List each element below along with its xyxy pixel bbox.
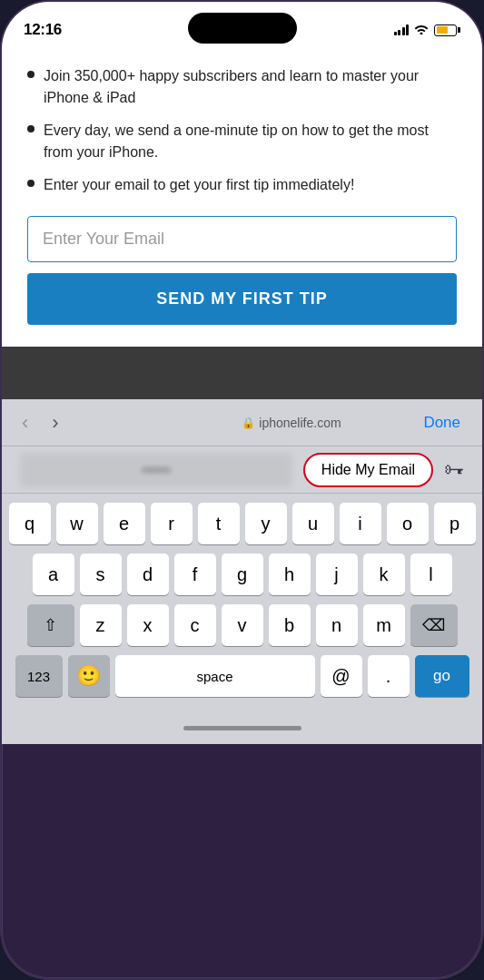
key-j[interactable]: j — [316, 554, 358, 595]
bullet-dot — [27, 180, 35, 187]
key-l[interactable]: l — [410, 554, 452, 595]
list-item: Every day, we send a one-minute tip on h… — [27, 120, 457, 163]
signal-bars-icon — [394, 24, 410, 35]
backspace-key[interactable]: ⌫ — [410, 604, 458, 646]
list-item: Enter your email to get your first tip i… — [27, 174, 457, 196]
key-d[interactable]: d — [127, 554, 169, 595]
email-input[interactable] — [43, 230, 441, 249]
emoji-key[interactable]: 🙂 — [68, 655, 110, 697]
lock-icon: 🔒 — [242, 416, 255, 429]
nav-forward-button[interactable]: › — [46, 407, 64, 438]
key-s[interactable]: s — [80, 554, 122, 595]
domain-label: iphonelife.com — [259, 416, 341, 430]
phone-frame: 12:16 Join 350,000+ happy subscribers an… — [0, 0, 484, 980]
key-z[interactable]: z — [80, 604, 122, 646]
autocomplete-row: •••••• Hide My Email 🗝 — [2, 446, 482, 494]
home-indicator — [2, 711, 482, 744]
key-k[interactable]: k — [363, 554, 405, 595]
toolbar-nav: ‹ › — [16, 407, 167, 438]
at-key[interactable]: @ — [321, 655, 362, 697]
bullet-dot — [27, 71, 35, 78]
key-r[interactable]: r — [151, 503, 193, 544]
key-f[interactable]: f — [174, 554, 216, 595]
keyboard: q w e r t y u i o p a s d f g h j k l ⇧ … — [2, 494, 482, 711]
done-button[interactable]: Done — [416, 410, 468, 436]
list-item: Join 350,000+ happy subscribers and lear… — [27, 65, 457, 109]
go-key[interactable]: go — [415, 655, 469, 697]
numbers-key[interactable]: 123 — [15, 655, 63, 697]
bullet-text-2: Every day, we send a one-minute tip on h… — [44, 120, 457, 163]
autocomplete-suggestions: •••••• Hide My Email — [16, 453, 440, 487]
key-x[interactable]: x — [127, 604, 169, 646]
keyboard-row-4: 123 🙂 space @ . go — [5, 655, 479, 697]
key-u[interactable]: u — [292, 503, 334, 544]
hide-my-email-button[interactable]: Hide My Email — [303, 453, 433, 487]
key-g[interactable]: g — [222, 554, 263, 595]
key-icon-button[interactable]: 🗝 — [440, 455, 468, 485]
bullet-dot — [27, 125, 35, 132]
web-content-area: Join 350,000+ happy subscribers and lear… — [2, 47, 482, 347]
keyboard-row-1: q w e r t y u i o p — [5, 503, 479, 544]
key-q[interactable]: q — [9, 503, 51, 544]
keyboard-row-3: ⇧ z x c v b n m ⌫ — [5, 604, 479, 646]
key-h[interactable]: h — [269, 554, 311, 595]
key-c[interactable]: c — [174, 604, 216, 646]
key-m[interactable]: m — [363, 604, 405, 646]
keyboard-row-2: a s d f g h j k l — [5, 554, 479, 595]
shift-key[interactable]: ⇧ — [27, 604, 74, 646]
bullet-list: Join 350,000+ happy subscribers and lear… — [27, 65, 457, 196]
autocomplete-item-1[interactable]: •••••• — [20, 453, 292, 487]
key-p[interactable]: p — [434, 503, 476, 544]
period-key[interactable]: . — [368, 655, 410, 697]
keyboard-toolbar: ‹ › 🔒 iphonelife.com Done — [2, 399, 482, 446]
status-bar: 12:16 — [2, 2, 482, 47]
email-input-wrapper[interactable] — [27, 216, 457, 262]
key-b[interactable]: b — [269, 604, 311, 646]
key-a[interactable]: a — [33, 554, 74, 595]
wifi-icon — [414, 24, 429, 37]
url-bar: 🔒 iphonelife.com — [167, 416, 417, 430]
key-y[interactable]: y — [245, 503, 287, 544]
key-t[interactable]: t — [198, 503, 240, 544]
key-v[interactable]: v — [222, 604, 263, 646]
home-bar — [183, 726, 301, 730]
cta-button[interactable]: SEND MY FIRST TIP — [27, 273, 457, 325]
bullet-text-3: Enter your email to get your first tip i… — [44, 174, 354, 196]
bullet-text-1: Join 350,000+ happy subscribers and lear… — [44, 65, 457, 109]
key-e[interactable]: e — [104, 503, 145, 544]
status-icons — [394, 24, 461, 37]
dynamic-island — [188, 13, 297, 44]
key-n[interactable]: n — [316, 604, 358, 646]
key-i[interactable]: i — [340, 503, 381, 544]
dark-separator — [2, 347, 482, 399]
key-w[interactable]: w — [56, 503, 98, 544]
status-time: 12:16 — [24, 21, 62, 39]
space-key[interactable]: space — [115, 655, 315, 697]
key-o[interactable]: o — [387, 503, 429, 544]
battery-icon — [434, 24, 460, 36]
nav-back-button[interactable]: ‹ — [16, 407, 34, 438]
